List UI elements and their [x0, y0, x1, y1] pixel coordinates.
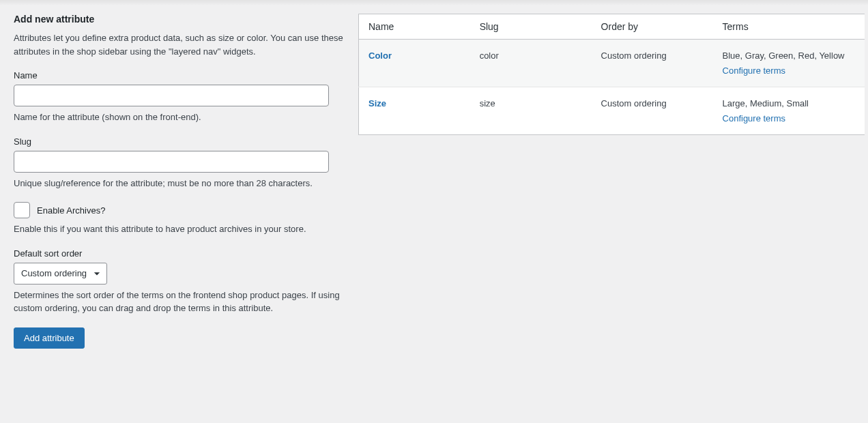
configure-terms-link[interactable]: Configure terms: [723, 113, 785, 123]
table-row: Size size Custom ordering Large, Medium,…: [359, 87, 865, 135]
form-heading: Add new attribute: [14, 14, 345, 25]
attributes-table: Name Slug Order by Terms Color color Cus…: [358, 14, 865, 135]
slug-label: Slug: [14, 136, 345, 147]
slug-description: Unique slug/reference for the attribute;…: [14, 177, 345, 190]
table-row: Color color Custom ordering Blue, Gray, …: [359, 40, 865, 87]
form-intro: Attributes let you define extra product …: [14, 31, 345, 58]
attribute-slug: size: [470, 87, 592, 135]
attribute-terms: Blue, Gray, Green, Red, Yellow: [723, 49, 855, 63]
name-label: Name: [14, 70, 345, 81]
configure-terms-link[interactable]: Configure terms: [723, 65, 785, 76]
th-orderby: Order by: [592, 14, 713, 40]
enable-archives-description: Enable this if you want this attribute t…: [14, 222, 345, 236]
sort-order-description: Determines the sort order of the terms o…: [14, 289, 345, 315]
attribute-terms: Large, Medium, Small: [723, 97, 855, 111]
th-terms: Terms: [713, 14, 865, 40]
th-slug: Slug: [470, 14, 592, 40]
slug-input[interactable]: [14, 151, 329, 173]
add-attribute-button[interactable]: Add attribute: [14, 327, 85, 349]
sort-order-label: Default sort order: [14, 248, 345, 259]
sort-order-select[interactable]: Custom ordering: [14, 263, 107, 285]
attribute-slug: color: [470, 40, 592, 87]
attribute-name-link[interactable]: Size: [368, 98, 386, 108]
attribute-name-link[interactable]: Color: [368, 50, 392, 61]
attribute-orderby: Custom ordering: [592, 87, 713, 135]
name-description: Name for the attribute (shown on the fro…: [14, 111, 345, 124]
attribute-orderby: Custom ordering: [592, 40, 713, 87]
enable-archives-checkbox[interactable]: [14, 202, 30, 218]
th-name: Name: [359, 14, 470, 40]
enable-archives-label: Enable Archives?: [37, 205, 105, 216]
name-input[interactable]: [14, 85, 329, 106]
